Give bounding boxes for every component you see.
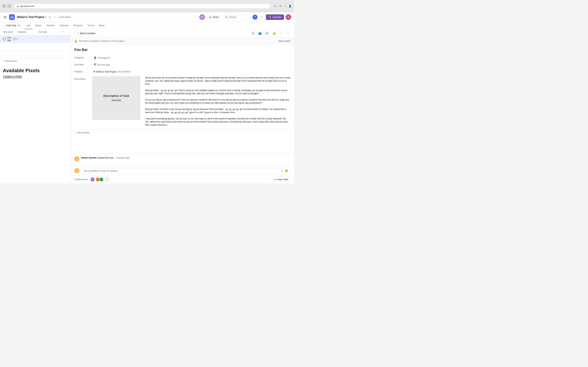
help-button[interactable]: ? — [259, 15, 264, 20]
add-section-row[interactable]: + Add section — [0, 58, 71, 64]
upgrade-label: Upgrade — [272, 16, 281, 18]
star-icon[interactable]: ☆ — [53, 15, 56, 19]
activity-text: Stefan Zweifel created this task. 8 minu… — [81, 156, 291, 159]
attach-icon[interactable]: 📎 — [251, 31, 256, 36]
mark-complete-button[interactable]: ✓ Mark Complete — [74, 31, 98, 36]
privacy-notice-left: 🔒 This task is private to members of thi… — [74, 40, 125, 42]
tab-forms[interactable]: Forms — [86, 23, 96, 28]
like-icon[interactable]: 👍 — [272, 31, 277, 36]
set-status-button[interactable]: ● Set status — [57, 15, 72, 19]
task-comment-count: 💬 3 — [13, 38, 17, 40]
svg-point-4 — [10, 17, 12, 18]
profile-button[interactable]: 👤 — [288, 4, 292, 8]
download-button[interactable]: ⬇ — [278, 4, 282, 8]
link-icon[interactable]: 🔗 — [265, 31, 269, 36]
nav-tabs: + Add Task ▾ List Board Timeline Calenda… — [0, 22, 294, 29]
svg-rect-1 — [4, 17, 7, 17]
add-subtask-label: Add subtask — [77, 131, 90, 134]
comment-input-icons: ☺ 😊 — [281, 169, 288, 172]
address-bar[interactable]: 🔒 app.asana.com — [14, 4, 270, 8]
search-bar[interactable]: 🔍 Search — [223, 15, 251, 19]
add-section-label: Add section — [5, 60, 17, 62]
due-date-value[interactable]: 📅 No due date — [92, 62, 291, 67]
add-task-button[interactable]: + Add Task ▾ — [3, 23, 22, 28]
leave-task-button[interactable]: ↩ Leave Task — [272, 177, 291, 182]
col-assignee: Assignee — [17, 30, 38, 34]
hamburger-button[interactable] — [3, 15, 8, 20]
status-dot-icon: ● — [59, 16, 60, 18]
project-title-icons: ℹ ☆ — [48, 15, 56, 19]
comment-input-field[interactable]: Ask a question or post an update... ☺ 😊 — [81, 168, 291, 173]
add-subtask-row[interactable]: + Add subtask — [74, 129, 291, 136]
description-field-row: Description Description of Task 550x500 … — [74, 76, 291, 126]
forward-button[interactable]: › — [7, 4, 11, 8]
collaborators-left: Collaborators SZ + — [74, 177, 109, 182]
collaborators-label: Collaborators — [74, 178, 88, 181]
upgrade-icon: ⚡ — [269, 16, 271, 18]
tab-calendar[interactable]: Calendar — [57, 23, 71, 28]
avail-title: Available Pixels — [3, 68, 68, 73]
share-label: Share — [213, 16, 219, 18]
privacy-lock-icon: 🔒 — [74, 40, 77, 42]
task-row-empty-1[interactable] — [0, 43, 71, 50]
tab-board[interactable]: Board — [33, 23, 43, 28]
user-avatar[interactable]: SZ — [199, 14, 205, 20]
task-complete-checkbox[interactable] — [3, 37, 6, 41]
leave-task-label: Leave Task — [277, 178, 288, 181]
description-text[interactable]: Did he just throw my cat out of the wind… — [145, 76, 291, 126]
avail-subtitle: 1680x1050 — [3, 75, 68, 79]
leave-icon: ↩ — [274, 178, 276, 181]
assignee-value[interactable]: 👤 Unassigned — [92, 55, 291, 60]
add-task-dropdown-arrow[interactable]: ▾ — [17, 24, 20, 27]
col-due-date: Due date — [38, 30, 63, 34]
close-detail-icon[interactable]: → — [285, 31, 291, 36]
due-date-field-row: Due date 📅 No due date — [74, 62, 291, 67]
task-detail-title[interactable]: Foo Bar — [74, 48, 291, 52]
share-button[interactable]: 🔒 Share — [207, 15, 221, 19]
col-add[interactable]: + — [63, 30, 68, 34]
add-subtask-plus-icon: + — [74, 131, 76, 134]
share-task-icon[interactable]: 👥 — [258, 31, 262, 36]
assignee-person-icon: 👤 — [94, 57, 96, 59]
projects-label: Projects — [74, 69, 90, 73]
app-container: Stefan's Test Project ▾ ℹ ☆ ● Set status… — [0, 12, 294, 184]
collaborator-avatar-3 — [99, 177, 104, 182]
comment-input-avatar: SZ — [74, 168, 79, 173]
activity-creator-name: Stefan Zweifel — [81, 156, 96, 159]
tab-timeline[interactable]: Timeline — [44, 23, 57, 28]
project-title-area: Stefan's Test Project ▾ ℹ ☆ ● Set status — [17, 15, 72, 19]
upgrade-button[interactable]: ⚡ Upgrade — [266, 14, 284, 20]
activity-row: SZ Stefan Zweifel created this task. 8 m… — [74, 156, 291, 161]
smile-icon[interactable]: 😊 — [285, 169, 288, 172]
refresh-button[interactable]: ↻ — [273, 4, 277, 8]
task-row-empty-2[interactable] — [0, 50, 71, 58]
privacy-text: This task is private to members of this … — [79, 40, 125, 42]
collaborator-group — [97, 177, 104, 182]
projects-field-row: Projects Stefan's Test Project (no secti… — [74, 69, 291, 74]
header-user-avatar[interactable]: S — [285, 14, 291, 20]
col-task-name: Task name — [3, 30, 17, 34]
make-public-link[interactable]: Make public — [278, 40, 291, 42]
extensions-button[interactable]: ⚡ — [283, 4, 287, 8]
emoji-icon[interactable]: ☺ — [281, 169, 284, 172]
tab-progress[interactable]: Progress — [72, 23, 85, 28]
svg-rect-2 — [4, 18, 7, 18]
info-icon[interactable]: ℹ — [48, 15, 52, 19]
back-button[interactable]: ‹ — [2, 4, 6, 8]
more-options-icon[interactable]: ··· — [279, 31, 284, 36]
add-collaborator-button[interactable]: + — [105, 177, 109, 182]
svg-point-3 — [11, 16, 13, 17]
tab-more[interactable]: More... — [97, 23, 108, 28]
projects-value[interactable]: Stefan's Test Project (no section) ▾ — [92, 69, 291, 74]
tab-list[interactable]: List — [25, 23, 32, 28]
no-section-dropdown[interactable]: (no section) ▾ — [118, 70, 130, 73]
section-chevron-icon: ▾ — [130, 70, 130, 73]
task-row[interactable]: Foo Bar 💬 3 — [0, 35, 71, 43]
section-text: (no section) — [118, 70, 129, 73]
description-image-box: Description of Task 550x500 — [92, 76, 140, 120]
project-title: Stefan's Test Project — [17, 16, 44, 19]
add-button[interactable]: + — [252, 15, 257, 20]
detail-header-right: 📎 👥 🔗 👍 ··· → — [251, 31, 291, 36]
collaborators-row: Collaborators SZ + ↩ Leave Task — [71, 175, 294, 184]
project-title-chevron-icon[interactable]: ▾ — [45, 16, 46, 18]
